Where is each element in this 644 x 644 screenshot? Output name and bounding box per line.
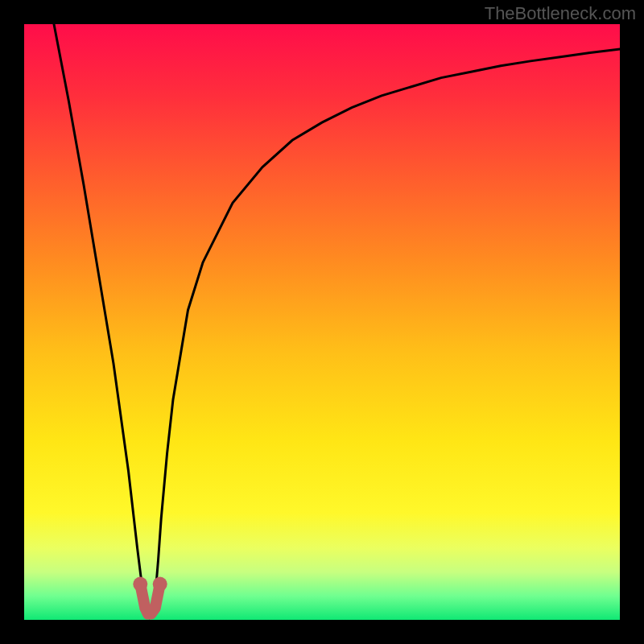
bottleneck-chart (0, 0, 644, 644)
chart-background (24, 24, 620, 620)
chart-frame: TheBottleneck.com (0, 0, 644, 644)
svg-point-0 (133, 577, 147, 592)
watermark-text: TheBottleneck.com (485, 3, 636, 24)
svg-point-1 (153, 577, 167, 592)
